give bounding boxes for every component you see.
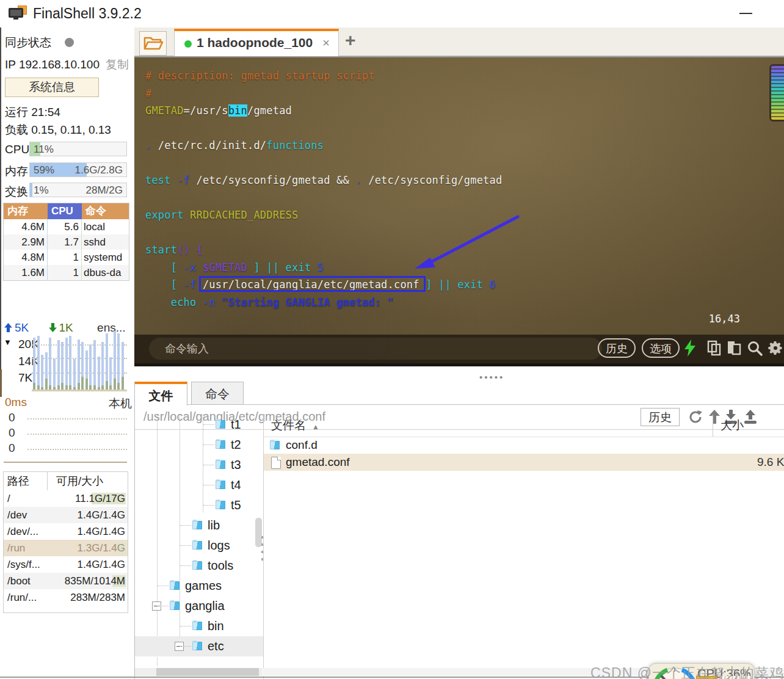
process-row[interactable]: 4.6M5.6local xyxy=(4,219,129,234)
close-tab-icon[interactable]: × xyxy=(322,36,330,50)
disk-row[interactable]: /11.1G/17G xyxy=(4,490,128,507)
command-input[interactable] xyxy=(149,338,602,360)
terminal-line xyxy=(145,224,502,242)
app-title: FinalShell 3.9.2.2 xyxy=(33,5,142,22)
terminal-line: start() { xyxy=(145,241,502,259)
file-row-gmetad.conf[interactable]: gmetad.conf9.6 KBCONF 文件2022/06 xyxy=(264,454,784,471)
tree-item-bin[interactable]: bin xyxy=(135,616,263,636)
sort-asc-icon: ▲ xyxy=(312,423,319,431)
session-tab[interactable]: 1 hadoopnode_100 × xyxy=(174,29,339,56)
folder-icon xyxy=(192,620,203,631)
disk-row[interactable]: /dev/...1.4G/1.4G xyxy=(4,523,128,540)
minimize-button[interactable] xyxy=(739,13,752,14)
net-bar xyxy=(122,342,124,390)
file-list-header[interactable]: 文件名▲大小类型修改时间 xyxy=(264,415,784,437)
network-chart xyxy=(32,336,127,391)
terminal[interactable]: # description: gmetad startup script#GME… xyxy=(134,56,784,366)
flash-connect-icon[interactable] xyxy=(683,340,700,357)
disk-row[interactable]: /dev1.4G/1.4G xyxy=(4,507,128,523)
ip-row: IP 192.168.10.100复制 xyxy=(5,57,129,73)
tree-item-t3[interactable]: t3 xyxy=(135,455,263,475)
folder-icon xyxy=(192,641,203,651)
search-icon[interactable] xyxy=(746,340,763,357)
net-bar xyxy=(89,344,92,390)
process-row[interactable]: 1.6M1dbus-da xyxy=(4,265,129,280)
copy-icon[interactable] xyxy=(706,340,723,357)
title-bar: FinalShell 3.9.2.2 xyxy=(0,0,784,27)
terminal-line: # xyxy=(145,85,502,103)
tree-item-t1[interactable]: t1 xyxy=(135,415,263,435)
load-label: 负载 0.15, 0.11, 0.13 xyxy=(5,122,111,138)
terminal-line xyxy=(145,189,502,207)
net-bar xyxy=(45,352,48,390)
tree-item-etc[interactable]: etc xyxy=(135,636,263,656)
tab-commands[interactable]: 命令 xyxy=(191,382,244,405)
terminal-line: export RRDCACHED_ADDRESS xyxy=(145,206,502,224)
tree-item-lib[interactable]: lib xyxy=(135,515,263,536)
terminal-line: [ -x $GMETAD ] || exit 5 xyxy=(145,259,502,277)
disk-table-header[interactable]: 路径可用/大小 xyxy=(4,472,128,490)
process-row[interactable]: 4.8M1systemd xyxy=(4,250,129,265)
splitter-handle[interactable]: ••••• xyxy=(479,372,504,382)
tree-item-t2[interactable]: t2 xyxy=(135,435,263,455)
net-bar xyxy=(114,331,116,390)
process-row[interactable]: 2.9M1.7sshd xyxy=(4,234,129,250)
net-bar xyxy=(85,350,88,390)
net-bar xyxy=(106,333,108,390)
sync-status: 同步状态 xyxy=(5,35,74,51)
session-tab-strip: 1 hadoopnode_100 × + xyxy=(134,27,784,56)
options-button[interactable]: 选项 xyxy=(642,338,680,358)
paste-icon[interactable] xyxy=(725,340,742,357)
ping-value: 0 xyxy=(9,411,15,424)
tree-hscroll-thumb[interactable] xyxy=(156,668,259,676)
bottom-panel: 文件 命令 /usr/local/ganglia/etc/gmetad.conf… xyxy=(134,382,784,679)
tree-item-games[interactable]: games xyxy=(135,576,263,596)
tree-item-t5[interactable]: t5 xyxy=(135,495,263,515)
tree-item-logs[interactable]: logs xyxy=(135,536,263,556)
disk-row[interactable]: /run1.3G/1.4G xyxy=(4,540,128,556)
sync-status-dot xyxy=(65,38,74,47)
tree-item-t4[interactable]: t4 xyxy=(135,475,263,495)
folder-icon xyxy=(216,419,226,429)
horizontal-splitter[interactable]: ••••• xyxy=(134,366,784,382)
mem-meter: 59% 1.6G/2.8G xyxy=(29,162,127,177)
ping-value: 0 xyxy=(9,426,15,440)
tab-files[interactable]: 文件 xyxy=(135,382,187,405)
tree-item-tools[interactable]: tools xyxy=(135,556,263,576)
terminal-line: # description: gmetad startup script xyxy=(145,67,502,85)
folder-icon xyxy=(216,479,226,490)
settings-gear-icon[interactable] xyxy=(767,340,784,357)
folder-icon xyxy=(170,580,180,590)
net-bar xyxy=(41,355,43,390)
upload-arrow-icon xyxy=(4,323,13,332)
net-bar xyxy=(117,333,120,390)
disk-row[interactable]: /boot835M/1014M xyxy=(4,573,128,589)
ping-target: 本机 xyxy=(109,396,132,412)
system-info-button[interactable]: 系统信息 xyxy=(5,78,99,97)
folder-icon xyxy=(270,440,280,450)
open-folder-icon xyxy=(143,34,164,53)
copy-ip-button[interactable]: 复制 xyxy=(106,58,129,71)
process-table-header[interactable]: 内存CPU命令 xyxy=(4,203,129,219)
ping-value: 0 xyxy=(9,441,15,455)
tree-item-ganglia[interactable]: ganglia xyxy=(135,596,263,616)
net-bar xyxy=(101,342,104,390)
net-bar xyxy=(73,359,76,390)
disk-row[interactable]: /run/...283M/283M xyxy=(4,589,128,606)
cpu-label: CPU xyxy=(5,143,29,156)
terminal-bottom-bar: 历史 选项 xyxy=(134,335,784,366)
csdn-watermark: CSDN @一个正在努力的菜鸡 xyxy=(590,664,784,679)
new-tab-button[interactable]: + xyxy=(345,30,356,51)
net-bar xyxy=(98,357,100,390)
terminal-line: echo -n "Starting GANGLIA gmetad: " xyxy=(145,294,502,311)
uptime-label: 运行 21:54 xyxy=(5,104,60,120)
folder-icon xyxy=(170,600,180,611)
process-table: 内存CPU命令4.6M5.6local2.9M1.7sshd4.8M1syste… xyxy=(3,203,129,281)
history-button[interactable]: 历史 xyxy=(598,338,636,358)
terminal-line: . /etc/rc.d/init.d/functions xyxy=(145,137,502,154)
folder-icon xyxy=(216,439,226,449)
disk-row[interactable]: /sys/f...1.4G/1.4G xyxy=(4,556,128,573)
file-row-conf.d[interactable]: conf.d文件夹2022/06 xyxy=(264,437,784,454)
folder-icon xyxy=(192,540,203,550)
connection-manager-button[interactable] xyxy=(139,31,167,56)
